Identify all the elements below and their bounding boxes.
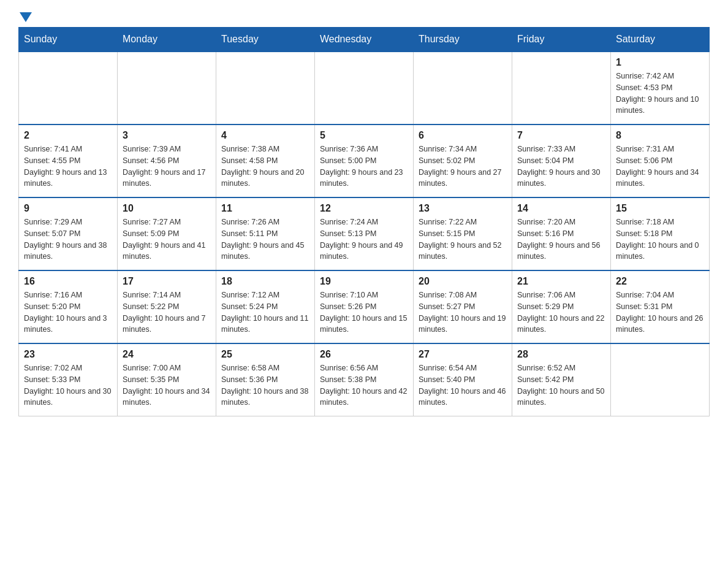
calendar-week-row: 16Sunrise: 7:16 AM Sunset: 5:20 PM Dayli…	[19, 270, 710, 343]
day-info: Sunrise: 7:02 AM Sunset: 5:33 PM Dayligh…	[24, 362, 112, 408]
day-info: Sunrise: 6:56 AM Sunset: 5:38 PM Dayligh…	[320, 362, 408, 408]
day-number: 9	[24, 203, 112, 214]
day-info: Sunrise: 7:18 AM Sunset: 5:18 PM Dayligh…	[616, 216, 704, 262]
day-number: 20	[419, 276, 507, 287]
day-number: 11	[221, 203, 309, 214]
day-number: 24	[123, 349, 211, 360]
calendar-day-cell: 4Sunrise: 7:38 AM Sunset: 4:58 PM Daylig…	[216, 124, 315, 197]
day-number: 2	[24, 130, 112, 141]
calendar-day-cell: 5Sunrise: 7:36 AM Sunset: 5:00 PM Daylig…	[315, 124, 414, 197]
day-info: Sunrise: 7:22 AM Sunset: 5:15 PM Dayligh…	[419, 216, 507, 262]
day-number: 22	[616, 276, 704, 287]
calendar-day-cell: 7Sunrise: 7:33 AM Sunset: 5:04 PM Daylig…	[512, 124, 611, 197]
day-number: 3	[123, 130, 211, 141]
day-number: 28	[517, 349, 605, 360]
calendar-day-cell: 3Sunrise: 7:39 AM Sunset: 4:56 PM Daylig…	[118, 124, 216, 197]
calendar-body: 1Sunrise: 7:42 AM Sunset: 4:53 PM Daylig…	[19, 52, 710, 416]
weekday-header-row: SundayMondayTuesdayWednesdayThursdayFrid…	[19, 28, 710, 52]
weekday-header-thursday: Thursday	[414, 28, 512, 52]
weekday-header-tuesday: Tuesday	[216, 28, 315, 52]
logo	[18, 12, 32, 21]
day-info: Sunrise: 7:20 AM Sunset: 5:16 PM Dayligh…	[517, 216, 605, 262]
calendar-day-cell: 13Sunrise: 7:22 AM Sunset: 5:15 PM Dayli…	[414, 197, 512, 270]
calendar-day-cell: 9Sunrise: 7:29 AM Sunset: 5:07 PM Daylig…	[19, 197, 118, 270]
calendar-day-cell: 12Sunrise: 7:24 AM Sunset: 5:13 PM Dayli…	[315, 197, 414, 270]
day-info: Sunrise: 7:42 AM Sunset: 4:53 PM Dayligh…	[616, 71, 704, 117]
day-number: 6	[419, 130, 507, 141]
calendar-day-cell: 20Sunrise: 7:08 AM Sunset: 5:27 PM Dayli…	[414, 270, 512, 343]
day-info: Sunrise: 7:08 AM Sunset: 5:27 PM Dayligh…	[419, 289, 507, 335]
day-number: 1	[616, 57, 704, 68]
logo-triangle-icon	[20, 12, 32, 22]
calendar-day-cell: 10Sunrise: 7:27 AM Sunset: 5:09 PM Dayli…	[118, 197, 216, 270]
day-info: Sunrise: 7:34 AM Sunset: 5:02 PM Dayligh…	[419, 144, 507, 190]
calendar-day-cell: 19Sunrise: 7:10 AM Sunset: 5:26 PM Dayli…	[315, 270, 414, 343]
calendar-day-cell: 26Sunrise: 6:56 AM Sunset: 5:38 PM Dayli…	[315, 343, 414, 416]
calendar-day-cell	[118, 52, 216, 124]
day-number: 25	[221, 349, 309, 360]
calendar-week-row: 23Sunrise: 7:02 AM Sunset: 5:33 PM Dayli…	[19, 343, 710, 416]
calendar-week-row: 2Sunrise: 7:41 AM Sunset: 4:55 PM Daylig…	[19, 124, 710, 197]
page-header	[18, 12, 710, 21]
calendar-day-cell: 17Sunrise: 7:14 AM Sunset: 5:22 PM Dayli…	[118, 270, 216, 343]
weekday-header-sunday: Sunday	[19, 28, 118, 52]
day-number: 27	[419, 349, 507, 360]
calendar-day-cell: 25Sunrise: 6:58 AM Sunset: 5:36 PM Dayli…	[216, 343, 315, 416]
calendar-day-cell	[19, 52, 118, 124]
calendar-day-cell: 28Sunrise: 6:52 AM Sunset: 5:42 PM Dayli…	[512, 343, 611, 416]
calendar-day-cell: 1Sunrise: 7:42 AM Sunset: 4:53 PM Daylig…	[611, 52, 710, 124]
weekday-header-monday: Monday	[118, 28, 216, 52]
calendar-day-cell: 24Sunrise: 7:00 AM Sunset: 5:35 PM Dayli…	[118, 343, 216, 416]
day-info: Sunrise: 7:29 AM Sunset: 5:07 PM Dayligh…	[24, 216, 112, 262]
calendar-day-cell: 16Sunrise: 7:16 AM Sunset: 5:20 PM Dayli…	[19, 270, 118, 343]
day-number: 8	[616, 130, 704, 141]
calendar-table: SundayMondayTuesdayWednesdayThursdayFrid…	[18, 27, 710, 416]
day-info: Sunrise: 7:04 AM Sunset: 5:31 PM Dayligh…	[616, 289, 704, 335]
calendar-day-cell	[216, 52, 315, 124]
calendar-day-cell: 18Sunrise: 7:12 AM Sunset: 5:24 PM Dayli…	[216, 270, 315, 343]
day-info: Sunrise: 7:31 AM Sunset: 5:06 PM Dayligh…	[616, 144, 704, 190]
calendar-week-row: 9Sunrise: 7:29 AM Sunset: 5:07 PM Daylig…	[19, 197, 710, 270]
day-number: 16	[24, 276, 112, 287]
day-number: 12	[320, 203, 408, 214]
day-info: Sunrise: 7:12 AM Sunset: 5:24 PM Dayligh…	[221, 289, 309, 335]
day-info: Sunrise: 7:16 AM Sunset: 5:20 PM Dayligh…	[24, 289, 112, 335]
day-number: 19	[320, 276, 408, 287]
calendar-day-cell: 27Sunrise: 6:54 AM Sunset: 5:40 PM Dayli…	[414, 343, 512, 416]
weekday-header-saturday: Saturday	[611, 28, 710, 52]
calendar-day-cell	[414, 52, 512, 124]
calendar-day-cell: 15Sunrise: 7:18 AM Sunset: 5:18 PM Dayli…	[611, 197, 710, 270]
calendar-day-cell: 8Sunrise: 7:31 AM Sunset: 5:06 PM Daylig…	[611, 124, 710, 197]
calendar-day-cell	[512, 52, 611, 124]
day-number: 4	[221, 130, 309, 141]
day-info: Sunrise: 6:54 AM Sunset: 5:40 PM Dayligh…	[419, 362, 507, 408]
calendar-day-cell: 11Sunrise: 7:26 AM Sunset: 5:11 PM Dayli…	[216, 197, 315, 270]
weekday-header-wednesday: Wednesday	[315, 28, 414, 52]
day-info: Sunrise: 7:38 AM Sunset: 4:58 PM Dayligh…	[221, 144, 309, 190]
day-number: 21	[517, 276, 605, 287]
day-number: 14	[517, 203, 605, 214]
day-number: 13	[419, 203, 507, 214]
day-info: Sunrise: 7:10 AM Sunset: 5:26 PM Dayligh…	[320, 289, 408, 335]
day-info: Sunrise: 7:39 AM Sunset: 4:56 PM Dayligh…	[123, 144, 211, 190]
day-info: Sunrise: 7:26 AM Sunset: 5:11 PM Dayligh…	[221, 216, 309, 262]
calendar-day-cell: 23Sunrise: 7:02 AM Sunset: 5:33 PM Dayli…	[19, 343, 118, 416]
day-info: Sunrise: 6:58 AM Sunset: 5:36 PM Dayligh…	[221, 362, 309, 408]
day-number: 10	[123, 203, 211, 214]
day-info: Sunrise: 7:41 AM Sunset: 4:55 PM Dayligh…	[24, 144, 112, 190]
day-number: 17	[123, 276, 211, 287]
day-info: Sunrise: 6:52 AM Sunset: 5:42 PM Dayligh…	[517, 362, 605, 408]
calendar-day-cell	[315, 52, 414, 124]
day-info: Sunrise: 7:06 AM Sunset: 5:29 PM Dayligh…	[517, 289, 605, 335]
day-number: 15	[616, 203, 704, 214]
calendar-week-row: 1Sunrise: 7:42 AM Sunset: 4:53 PM Daylig…	[19, 52, 710, 124]
calendar-day-cell: 22Sunrise: 7:04 AM Sunset: 5:31 PM Dayli…	[611, 270, 710, 343]
day-number: 23	[24, 349, 112, 360]
calendar-day-cell: 14Sunrise: 7:20 AM Sunset: 5:16 PM Dayli…	[512, 197, 611, 270]
day-number: 26	[320, 349, 408, 360]
calendar-day-cell: 21Sunrise: 7:06 AM Sunset: 5:29 PM Dayli…	[512, 270, 611, 343]
day-info: Sunrise: 7:33 AM Sunset: 5:04 PM Dayligh…	[517, 144, 605, 190]
day-info: Sunrise: 7:24 AM Sunset: 5:13 PM Dayligh…	[320, 216, 408, 262]
calendar-header: SundayMondayTuesdayWednesdayThursdayFrid…	[19, 28, 710, 52]
day-info: Sunrise: 7:14 AM Sunset: 5:22 PM Dayligh…	[123, 289, 211, 335]
